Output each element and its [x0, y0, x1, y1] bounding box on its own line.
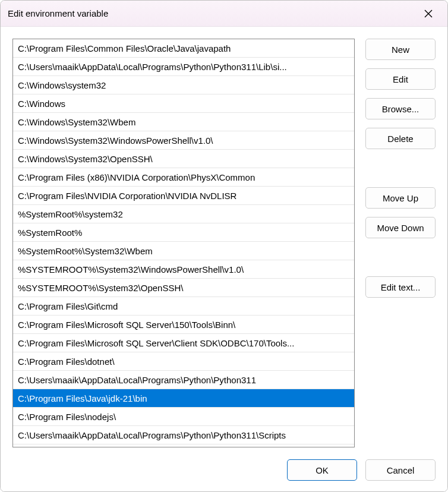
path-entry[interactable]: C:\Program Files\dotnet\: [13, 352, 354, 371]
path-entry[interactable]: %SystemRoot%\System32\Wbem: [13, 242, 354, 260]
path-entry[interactable]: C:\Program Files\NVIDIA Corporation\NVID…: [13, 187, 354, 205]
path-entry[interactable]: %SYSTEMROOT%\System32\WindowsPowerShell\…: [13, 260, 354, 279]
close-icon: [424, 10, 433, 18]
edit-button[interactable]: Edit: [365, 68, 436, 90]
path-entry[interactable]: C:\Program Files\Microsoft SQL Server\15…: [13, 316, 354, 334]
titlebar: Edit environment variable: [1, 1, 447, 27]
path-entry[interactable]: C:\Program Files\Microsoft SQL Server\Cl…: [13, 334, 354, 352]
browse-button[interactable]: Browse...: [365, 98, 436, 119]
path-entry[interactable]: %SYSTEMROOT%\System32\OpenSSH\: [13, 279, 354, 297]
path-entry[interactable]: C:\Users\maaik\AppData\Local\Programs\Py…: [13, 371, 354, 389]
path-entry[interactable]: C:\Windows\system32: [13, 76, 354, 94]
ok-button[interactable]: OK: [287, 459, 357, 481]
close-button[interactable]: [417, 4, 440, 23]
move-down-button[interactable]: Move Down: [365, 217, 436, 238]
move-up-button[interactable]: Move Up: [365, 187, 436, 209]
path-entry[interactable]: C:\Program Files\nodejs\: [13, 408, 354, 426]
path-entry[interactable]: C:\Windows\System32\Wbem: [13, 113, 354, 131]
side-buttons: New Edit Browse... Delete Move Up Move D…: [365, 39, 436, 447]
edit-env-variable-dialog: Edit environment variable C:\Program Fil…: [0, 0, 448, 492]
path-listbox[interactable]: C:\Program Files\Common Files\Oracle\Jav…: [12, 39, 355, 447]
path-entry[interactable]: %SystemRoot%: [13, 223, 354, 242]
new-button[interactable]: New: [365, 39, 436, 60]
path-entry[interactable]: C:\Windows\System32\OpenSSH\: [13, 150, 354, 168]
path-entry[interactable]: C:\Program Files\Common Files\Oracle\Jav…: [13, 39, 354, 58]
path-entry[interactable]: %SystemRoot%\system32: [13, 205, 354, 223]
dialog-footer: OK Cancel: [12, 459, 436, 481]
path-entry[interactable]: C:\Program Files\Java\jdk-21\bin: [13, 389, 354, 408]
dialog-content: C:\Program Files\Common Files\Oracle\Jav…: [1, 27, 447, 491]
path-entry[interactable]: C:\Users\maaik\AppData\Local\Programs\Py…: [13, 426, 354, 444]
cancel-button[interactable]: Cancel: [365, 459, 436, 481]
path-entry[interactable]: C:\Windows\System32\WindowsPowerShell\v1…: [13, 131, 354, 150]
path-entry[interactable]: C:\Program Files\Git\cmd: [13, 297, 354, 316]
path-entry[interactable]: C:\Program Files (x86)\NVIDIA Corporatio…: [13, 168, 354, 187]
edit-text-button[interactable]: Edit text...: [365, 276, 436, 298]
path-entry[interactable]: C:\Users\maaik\AppData\Local\Programs\Py…: [13, 58, 354, 76]
delete-button[interactable]: Delete: [365, 128, 436, 149]
main-row: C:\Program Files\Common Files\Oracle\Jav…: [12, 39, 436, 447]
path-entry[interactable]: C:\Windows: [13, 94, 354, 113]
dialog-title: Edit environment variable: [8, 8, 108, 18]
